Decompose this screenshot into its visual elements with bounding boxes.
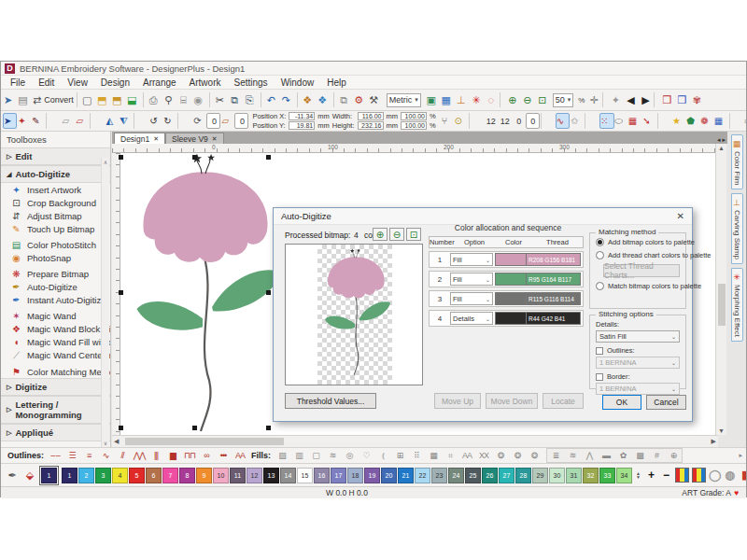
- color-blocks-2-icon[interactable]: ❒: [674, 91, 689, 108]
- zoom-factor-select[interactable]: 50 ▾: [553, 93, 574, 107]
- cancel-button[interactable]: Cancel: [646, 395, 686, 410]
- contour-wave-fill-icon[interactable]: ≋: [564, 449, 581, 462]
- palette-swatch[interactable]: 25: [465, 468, 481, 483]
- preset-0-button[interactable]: 0: [512, 113, 526, 129]
- toolbar-icon[interactable]: [77, 92, 81, 107]
- lace-3-fill-icon[interactable]: ❂: [526, 449, 543, 462]
- toolbox-item-color-matching[interactable]: ⚑ Color Matching Method: [1, 365, 110, 378]
- toolbox-item-color-photostitch[interactable]: ▤ Color PhotoStitch: [1, 238, 110, 251]
- elastic-fancy-fill-icon[interactable]: ∿: [556, 113, 570, 129]
- cut-icon[interactable]: ✂: [215, 91, 230, 108]
- palette-swatch[interactable]: 1: [62, 468, 78, 483]
- select-object-tool[interactable]: ➤: [3, 113, 17, 129]
- remove-color-button[interactable]: −: [659, 468, 673, 483]
- palette-swatch[interactable]: 6: [146, 468, 162, 483]
- mirror-y-icon[interactable]: ⧨: [119, 113, 133, 129]
- palette-swatch[interactable]: 29: [532, 468, 548, 483]
- curved-fill-icon[interactable]: ➘: [642, 113, 656, 129]
- triple-outline-icon[interactable]: ☰: [63, 449, 80, 462]
- preset-12b-button[interactable]: 12: [498, 113, 512, 129]
- open-object-icon[interactable]: ▭: [744, 113, 747, 129]
- panel-tab-carving-stamp[interactable]: ⊥ Carving Stamp: [731, 193, 743, 264]
- toolbar-icon[interactable]: [654, 92, 658, 107]
- toolbox-item-photosnap[interactable]: ◉ PhotoSnap: [1, 251, 110, 264]
- skew-angle-input[interactable]: 0: [234, 113, 248, 129]
- previous-design-icon[interactable]: ◀: [623, 91, 638, 108]
- radio-icon[interactable]: [596, 251, 604, 259]
- locate-button[interactable]: Locate: [543, 393, 584, 409]
- close-icon[interactable]: ✕: [677, 211, 684, 221]
- selection-handle[interactable]: [266, 290, 271, 295]
- dot-fill-icon[interactable]: ⠿: [408, 449, 425, 462]
- height-input[interactable]: 232.16: [358, 121, 384, 130]
- tab-design1[interactable]: Design1 ✕: [114, 133, 165, 144]
- color-swatch[interactable]: [495, 312, 527, 325]
- checker-fill-icon[interactable]: ▩: [631, 449, 648, 462]
- pan-tool-icon[interactable]: ✛: [586, 91, 601, 108]
- palette-swatch[interactable]: 17: [331, 468, 346, 483]
- toolbar-icon[interactable]: [297, 92, 302, 107]
- palette-swatch[interactable]: 12: [247, 468, 262, 483]
- scroll-down-icon[interactable]: ∨: [104, 440, 107, 446]
- carving-stamp-toolbar-icon[interactable]: ⊥: [454, 91, 469, 108]
- toolbox-item-insert-artwork[interactable]: ✦ Insert Artwork: [1, 183, 110, 196]
- palette-swatch[interactable]: 30: [549, 468, 565, 483]
- palette-swatch[interactable]: 18: [347, 468, 363, 483]
- scroll-right-icon[interactable]: ▶: [712, 438, 716, 445]
- lattice-fill-icon[interactable]: ▨: [274, 449, 290, 462]
- color-wheel-icon[interactable]: ◯: [708, 468, 722, 483]
- selection-handle[interactable]: [119, 426, 123, 430]
- width-percent-input[interactable]: 100.00: [401, 112, 427, 120]
- general-tools-icon[interactable]: ⚒: [369, 91, 384, 108]
- single-outline-icon[interactable]: – –: [47, 449, 63, 462]
- position-y-input[interactable]: 19.81: [289, 121, 315, 130]
- menu-item[interactable]: File: [10, 77, 25, 88]
- applique-toolbar-icon[interactable]: ◌: [484, 91, 499, 108]
- zoom-out-icon[interactable]: ⊖: [520, 91, 535, 108]
- scroll-thumb[interactable]: [718, 284, 726, 326]
- stitch-player-icon[interactable]: ✦: [608, 91, 623, 108]
- artwork-canvas-icon[interactable]: ▤: [18, 91, 33, 108]
- toolbox-item-prepare-bitmap[interactable]: ❋ Prepare Bitmap: [1, 267, 110, 280]
- letter-xx-fill-icon[interactable]: XX: [475, 449, 492, 462]
- option-select[interactable]: Details ⌄: [450, 312, 493, 325]
- palette-swatch[interactable]: 5: [129, 468, 145, 483]
- move-down-button[interactable]: Move Down: [486, 393, 538, 409]
- border-select[interactable]: 1 BERNINA ⌄: [596, 383, 680, 395]
- rotate-angle-input[interactable]: 0: [206, 113, 220, 129]
- save-design-icon[interactable]: ⬓: [127, 91, 142, 108]
- toolbar-icon[interactable]: [541, 113, 555, 129]
- card-reader-icon[interactable]: ◉: [193, 91, 208, 108]
- toolbar-icon[interactable]: [46, 113, 60, 129]
- palette-swatch[interactable]: 28: [515, 468, 531, 483]
- toolbox-item-instant-auto-digitize[interactable]: ✒ Instant Auto-Digitize: [1, 293, 110, 306]
- paste-icon[interactable]: ⎘: [245, 91, 260, 108]
- palette-swatch[interactable]: 2: [78, 468, 94, 483]
- toolbar-icon[interactable]: [209, 92, 214, 107]
- details-select[interactable]: Satin Fill ⌄: [596, 330, 680, 343]
- close-icon[interactable]: ✕: [212, 135, 218, 143]
- toolbox-section-applique[interactable]: ▷ Appliqué: [1, 424, 110, 441]
- palette-swatch[interactable]: 4: [112, 468, 128, 483]
- stitch-value-input[interactable]: 0: [526, 113, 540, 129]
- blanket-outline-icon[interactable]: |||: [148, 449, 164, 462]
- palette-swatch[interactable]: 8: [179, 468, 195, 483]
- stemstitch-outline-icon[interactable]: //: [114, 449, 131, 462]
- toolbar-icon[interactable]: [134, 113, 148, 129]
- color-swatch[interactable]: [495, 253, 527, 266]
- zigzag-outline-icon[interactable]: ∿: [97, 449, 114, 462]
- current-color-swatch[interactable]: 1: [41, 468, 57, 483]
- open-recent-icon[interactable]: ⬒: [112, 91, 127, 108]
- reshape-object-tool[interactable]: ✎: [31, 113, 45, 129]
- palette-swatch[interactable]: 11: [230, 468, 246, 483]
- width-input[interactable]: 116.00: [358, 112, 384, 120]
- wave-outline-icon[interactable]: ⋀⋀: [131, 449, 148, 462]
- undo-icon[interactable]: ↶: [266, 91, 281, 108]
- toolbox-section-edit[interactable]: ▷ Edit: [1, 147, 110, 165]
- stipple-hatch-fill-icon[interactable]: ≣: [547, 449, 564, 462]
- fill-bucket-icon[interactable]: ⬙: [21, 467, 38, 483]
- peak-fill-icon[interactable]: ⋀: [581, 449, 598, 462]
- radio-add-thread-chart-colors[interactable]: Add thread chart colors to palette: [596, 251, 685, 259]
- radio-icon[interactable]: [596, 238, 604, 246]
- palette-swatch[interactable]: 31: [566, 468, 582, 483]
